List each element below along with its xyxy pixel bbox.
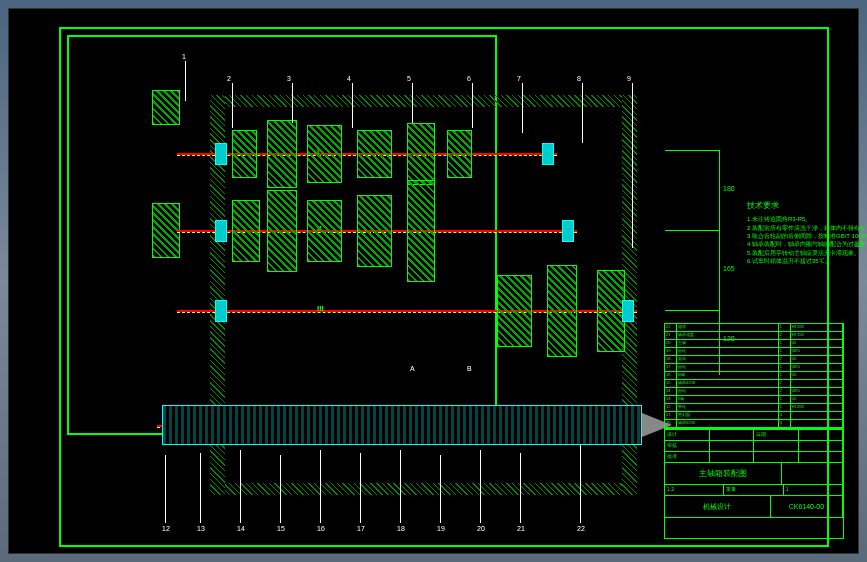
drawing-number: CK6140-00 <box>771 496 843 517</box>
bom-row: 21轴承端盖2HT150 <box>665 332 843 340</box>
balloon-callout: 5 <box>407 75 411 82</box>
leader-line <box>400 450 401 523</box>
bom-row: 11密封圈4 <box>665 412 843 420</box>
title-block: 设计日期 审核 批准 主轴箱装配图 1:2重量1 机械设计CK6140-00 <box>664 429 844 539</box>
bom-row: 22箱体1HT200 <box>665 324 843 332</box>
tech-req-item: 1.未注铸造圆角R3-R5。 <box>747 215 867 223</box>
leader-line <box>440 455 441 523</box>
bom-row: 19齿轮140Cr <box>665 348 843 356</box>
bearing <box>562 220 574 242</box>
leader-line <box>472 83 473 128</box>
drawing-viewport[interactable]: I II III IV <box>8 8 859 554</box>
bearing <box>622 300 634 322</box>
gear <box>307 125 342 183</box>
bearing <box>215 300 227 322</box>
bom-row: 16III轴145 <box>665 372 843 380</box>
gear <box>597 270 625 352</box>
gear <box>232 200 260 262</box>
balloon-callout: 15 <box>277 525 285 532</box>
balloon-callout: 16 <box>317 525 325 532</box>
tb-weight-label: 重量 <box>724 485 783 495</box>
gear <box>497 275 532 347</box>
balloon-callout: 2 <box>227 75 231 82</box>
balloon-callout: 17 <box>357 525 365 532</box>
gear <box>267 190 297 272</box>
balloon-callout: 21 <box>517 525 525 532</box>
bearing <box>215 143 227 165</box>
bom-row: 10轴承62064 <box>665 420 843 428</box>
tb-date-label: 日期 <box>754 430 799 440</box>
bom-row: 14齿轮240Cr <box>665 388 843 396</box>
leader-line <box>522 83 523 133</box>
balloon-callout: 12 <box>162 525 170 532</box>
main-spindle <box>162 405 642 445</box>
leader-line <box>480 450 481 523</box>
gear <box>407 180 435 282</box>
balloon-callout: 20 <box>477 525 485 532</box>
bom-row: 18套筒245 <box>665 356 843 364</box>
leader-line <box>232 83 233 128</box>
section-label: B <box>467 365 472 372</box>
gear <box>407 123 435 185</box>
gear <box>267 120 297 188</box>
leader-line <box>200 453 201 523</box>
input-pulley-1 <box>152 90 180 125</box>
balloon-callout: 14 <box>237 525 245 532</box>
tech-req-item: 2.装配前所有零件清洗干净，箱体内不得有任何杂物。 <box>747 224 867 232</box>
gear <box>232 130 257 178</box>
leader-line <box>240 450 241 523</box>
dimension-ext <box>665 150 720 151</box>
shaft-label-3: III <box>317 304 324 313</box>
leader-line <box>280 455 281 523</box>
balloon-callout: 19 <box>437 525 445 532</box>
dimension-value: 165 <box>723 265 735 272</box>
balloon-callout: 4 <box>347 75 351 82</box>
leader-line <box>580 445 581 523</box>
bom-row: 13II轴145 <box>665 396 843 404</box>
balloon-callout: 9 <box>627 75 631 82</box>
leader-line <box>165 455 166 523</box>
drawing-title: 主轴箱装配图 <box>665 463 782 484</box>
gear <box>357 195 392 267</box>
tb-company: 机械设计 <box>665 496 771 517</box>
balloon-callout: 8 <box>577 75 581 82</box>
leader-line <box>185 61 186 101</box>
balloon-callout: 18 <box>397 525 405 532</box>
bearing <box>215 220 227 242</box>
tb-material <box>782 463 843 484</box>
dimension-ext <box>665 310 720 311</box>
leader-line <box>360 453 361 523</box>
balloon-callout: 13 <box>197 525 205 532</box>
gear <box>447 130 472 178</box>
gear <box>307 200 342 262</box>
leader-line <box>292 83 293 123</box>
tb-scale: 1:2 <box>665 485 724 495</box>
dimension-ext <box>665 230 720 231</box>
bom-row: 20主轴145 <box>665 340 843 348</box>
tb-approver-label: 批准 <box>665 452 710 462</box>
tech-req-title: 技术要求 <box>747 200 867 211</box>
tb-checker-label: 审核 <box>665 441 710 451</box>
tech-req-item: 5.装配后用手转动主轴应灵活无卡滞现象。 <box>747 249 867 257</box>
leader-line <box>520 453 521 523</box>
balloon-callout: 7 <box>517 75 521 82</box>
leader-line <box>412 83 413 123</box>
housing-hatch-bottom <box>225 483 622 495</box>
technical-requirements-block: 技术要求 1.未注铸造圆角R3-R5。 2.装配前所有零件清洗干净，箱体内不得有… <box>747 200 867 266</box>
bom-row: 17齿轮140Cr <box>665 364 843 372</box>
tech-req-item: 4.轴承装配时，轴承内圈与轴的配合为过盈配合。 <box>747 240 867 248</box>
leader-line <box>632 83 633 248</box>
tb-designer-label: 设计 <box>665 430 710 440</box>
input-pulley-2 <box>152 203 180 258</box>
gear <box>547 265 577 357</box>
bearing <box>542 143 554 165</box>
dimension-value: 180 <box>723 185 735 192</box>
bill-of-materials: 22箱体1HT200 21轴承端盖2HT150 20主轴145 19齿轮140C… <box>664 323 844 429</box>
tech-req-item: 6.试车时箱体温升不超过35℃。 <box>747 257 867 265</box>
balloon-callout: 22 <box>577 525 585 532</box>
section-label: A <box>410 365 415 372</box>
leader-line <box>320 450 321 523</box>
tb-sheet: 1 <box>784 485 843 495</box>
balloon-callout: 6 <box>467 75 471 82</box>
bom-row: 12带轮1HT200 <box>665 404 843 412</box>
